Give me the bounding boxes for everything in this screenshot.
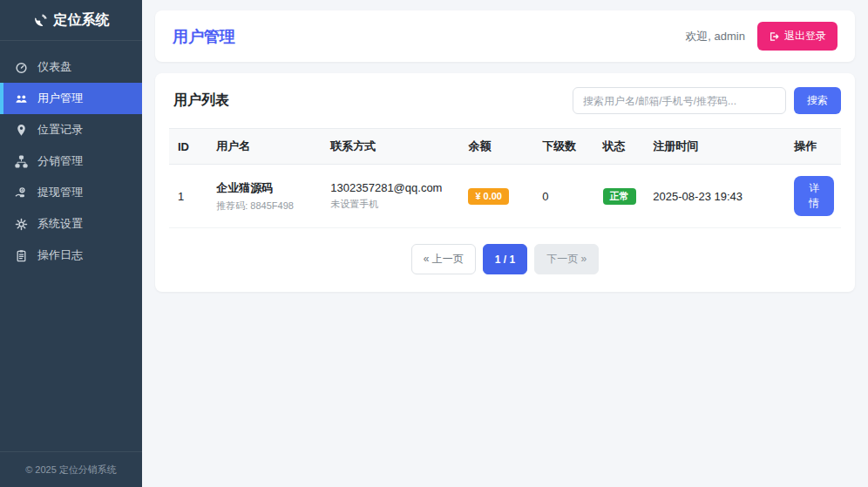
column-header-id: ID: [169, 129, 209, 165]
column-header-subordinates: 下级数: [535, 129, 595, 165]
pagination-current-page[interactable]: 1 / 1: [483, 244, 527, 274]
cell-username: 企业猫源码 推荐码: 8845F498: [209, 165, 323, 228]
sidebar-item-locations[interactable]: 位置记录: [0, 114, 142, 145]
username-text: 企业猫源码: [216, 180, 316, 196]
column-header-status: 状态: [596, 129, 647, 165]
detail-button[interactable]: 详情: [794, 176, 834, 216]
sidebar: 定位系统 仪表盘 用户管理 位置记录: [0, 0, 142, 487]
sitemap-icon: [15, 155, 28, 168]
column-header-username: 用户名: [209, 129, 323, 165]
logout-icon: [769, 31, 779, 42]
header-right: 欢迎, admin 退出登录: [685, 22, 837, 51]
list-title: 用户列表: [169, 91, 229, 110]
list-head: 用户列表 搜索: [169, 87, 841, 114]
referral-code-text: 推荐码: 8845F498: [216, 200, 316, 213]
sidebar-item-label: 操作日志: [37, 247, 83, 263]
search-area: 搜索: [573, 87, 841, 114]
column-header-balance: 余额: [461, 129, 535, 165]
cell-register-time: 2025-08-23 19:43: [646, 165, 787, 228]
gauge-icon: [15, 61, 28, 74]
cell-status: 正常: [596, 165, 647, 228]
sidebar-item-users[interactable]: 用户管理: [0, 83, 142, 114]
search-button[interactable]: 搜索: [794, 87, 841, 114]
sidebar-item-label: 位置记录: [37, 122, 83, 138]
page-header: 用户管理 欢迎, admin 退出登录: [155, 10, 855, 62]
phone-text: 未设置手机: [330, 198, 454, 211]
page-title: 用户管理: [173, 26, 235, 47]
user-table: ID 用户名 联系方式 余额 下级数 状态 注册时间 操作 1 企业猫源码 推荐…: [169, 128, 841, 228]
search-input[interactable]: [573, 87, 786, 114]
logout-button[interactable]: 退出登录: [757, 22, 837, 51]
users-icon: [15, 92, 28, 105]
balance-badge: ¥ 0.00: [468, 188, 509, 205]
column-header-contact: 联系方式: [323, 129, 461, 165]
sidebar-item-withdrawals[interactable]: 提现管理: [0, 177, 142, 208]
app-logo: 定位系统: [0, 0, 142, 41]
gear-icon: [15, 218, 28, 231]
pagination-prev-button[interactable]: « 上一页: [411, 244, 476, 274]
cell-subordinates: 0: [535, 165, 595, 228]
table-header-row: ID 用户名 联系方式 余额 下级数 状态 注册时间 操作: [169, 129, 841, 165]
column-header-action: 操作: [787, 129, 841, 165]
sidebar-item-label: 仪表盘: [37, 59, 71, 75]
sidebar-copyright: © 2025 定位分销系统: [0, 451, 142, 487]
sidebar-item-label: 提现管理: [37, 185, 83, 200]
sidebar-item-logs[interactable]: 操作日志: [0, 240, 142, 271]
logout-label: 退出登录: [784, 29, 826, 44]
pagination: « 上一页 1 / 1 下一页 »: [169, 244, 841, 274]
status-badge: 正常: [603, 188, 636, 205]
table-row: 1 企业猫源码 推荐码: 8845F498 1302357281@qq.com …: [169, 165, 841, 228]
withdraw-icon: [15, 186, 28, 200]
clipboard-icon: [15, 249, 28, 262]
cell-contact: 1302357281@qq.com 未设置手机: [323, 165, 461, 228]
satellite-dish-icon: [33, 13, 48, 28]
welcome-text: 欢迎, admin: [685, 29, 745, 44]
sidebar-item-settings[interactable]: 系统设置: [0, 208, 142, 240]
email-text: 1302357281@qq.com: [330, 181, 454, 194]
sidebar-item-distribution[interactable]: 分销管理: [0, 145, 142, 177]
cell-action: 详情: [787, 165, 841, 228]
sidebar-item-label: 分销管理: [37, 153, 83, 169]
sidebar-menu: 仪表盘 用户管理 位置记录 分销管理: [0, 41, 142, 451]
sidebar-item-label: 用户管理: [37, 91, 83, 106]
cell-id: 1: [169, 165, 209, 228]
sidebar-item-dashboard[interactable]: 仪表盘: [0, 51, 142, 83]
app-name: 定位系统: [54, 11, 110, 30]
sidebar-item-label: 系统设置: [37, 216, 83, 232]
cell-balance: ¥ 0.00: [461, 165, 535, 228]
column-header-register-time: 注册时间: [646, 129, 787, 165]
map-marker-icon: [15, 124, 28, 137]
pagination-next-button[interactable]: 下一页 »: [534, 244, 599, 274]
main-content: 用户管理 欢迎, admin 退出登录 用户列表 搜索 ID: [142, 0, 868, 487]
user-list-card: 用户列表 搜索 ID 用户名 联系方式 余额 下级数 状态 注册时间 操作: [155, 73, 855, 292]
